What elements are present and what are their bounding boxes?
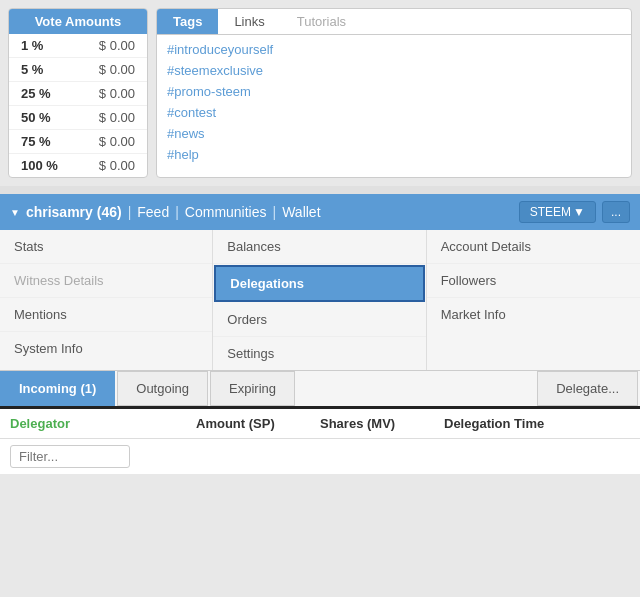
filter-input[interactable] <box>10 445 130 468</box>
nav-username[interactable]: chrisamry (46) <box>26 204 122 220</box>
menu-item-mentions[interactable]: Mentions <box>0 298 212 332</box>
table-header: DelegatorAmount (SP)Shares (MV)Delegatio… <box>0 409 640 439</box>
vote-val: $ 0.00 <box>99 86 135 101</box>
nav-steem-button[interactable]: STEEM ▼ <box>519 201 596 223</box>
tag-item[interactable]: #contest <box>167 102 621 123</box>
tags-tabs: Tags Links Tutorials <box>157 9 631 35</box>
vote-pct: 25 % <box>21 86 51 101</box>
menu-grid: StatsWitness DetailsMentionsSystem InfoB… <box>0 230 640 371</box>
menu-col-col1: StatsWitness DetailsMentionsSystem Info <box>0 230 213 370</box>
menu-col-col2: BalancesDelegationsOrdersSettings <box>213 230 426 370</box>
vote-row[interactable]: 25 %$ 0.00 <box>9 82 147 106</box>
tab-outgoing[interactable]: Outgoing <box>117 371 208 406</box>
vote-amounts-panel: Vote Amounts 1 %$ 0.005 %$ 0.0025 %$ 0.0… <box>8 8 148 178</box>
menu-item-delegations[interactable]: Delegations <box>214 265 424 302</box>
tab-delegate...[interactable]: Delegate... <box>537 371 638 406</box>
filter-row <box>0 439 640 474</box>
th-delegator: Delegator <box>10 416 196 431</box>
tag-item[interactable]: #promo-steem <box>167 81 621 102</box>
vote-val: $ 0.00 <box>99 158 135 173</box>
tab-incoming--1-[interactable]: Incoming (1) <box>0 371 115 406</box>
vote-row[interactable]: 75 %$ 0.00 <box>9 130 147 154</box>
vote-val: $ 0.00 <box>99 38 135 53</box>
vote-row[interactable]: 50 %$ 0.00 <box>9 106 147 130</box>
menu-item-account-details[interactable]: Account Details <box>427 230 640 264</box>
vote-pct: 100 % <box>21 158 58 173</box>
menu-item-market-info[interactable]: Market Info <box>427 298 640 331</box>
th-delegation-time: Delegation Time <box>444 416 630 431</box>
nav-triangle-icon[interactable]: ▼ <box>10 207 20 218</box>
tag-item[interactable]: #introduceyourself <box>167 39 621 60</box>
menu-item-balances[interactable]: Balances <box>213 230 425 264</box>
tags-list: #introduceyourself#steemexclusive#promo-… <box>157 35 631 169</box>
th-amount--sp-: Amount (SP) <box>196 416 320 431</box>
vote-amounts-header: Vote Amounts <box>9 9 147 34</box>
nav-feed-link[interactable]: Feed <box>137 204 169 220</box>
th-shares--mv-: Shares (MV) <box>320 416 444 431</box>
menu-item-stats[interactable]: Stats <box>0 230 212 264</box>
vote-pct: 5 % <box>21 62 43 77</box>
vote-val: $ 0.00 <box>99 110 135 125</box>
vote-pct: 50 % <box>21 110 51 125</box>
menu-item-system-info[interactable]: System Info <box>0 332 212 365</box>
nav-more-button[interactable]: ... <box>602 201 630 223</box>
nav-communities-link[interactable]: Communities <box>185 204 267 220</box>
tag-item[interactable]: #steemexclusive <box>167 60 621 81</box>
vote-val: $ 0.00 <box>99 62 135 77</box>
menu-item-orders[interactable]: Orders <box>213 303 425 337</box>
nav-right: STEEM ▼ ... <box>519 201 630 223</box>
tags-section: Tags Links Tutorials #introduceyourself#… <box>156 8 632 178</box>
tabs-bar: Incoming (1)OutgoingExpiringDelegate... <box>0 371 640 409</box>
tag-item[interactable]: #news <box>167 123 621 144</box>
menu-item-witness-details[interactable]: Witness Details <box>0 264 212 298</box>
vote-row[interactable]: 100 %$ 0.00 <box>9 154 147 177</box>
table-section: DelegatorAmount (SP)Shares (MV)Delegatio… <box>0 409 640 474</box>
tab-tags[interactable]: Tags <box>157 9 218 34</box>
nav-bar: ▼ chrisamry (46) | Feed | Communities | … <box>0 194 640 230</box>
vote-val: $ 0.00 <box>99 134 135 149</box>
vote-pct: 75 % <box>21 134 51 149</box>
separator-1 <box>0 186 640 194</box>
tab-links[interactable]: Links <box>218 9 280 34</box>
tab-expiring[interactable]: Expiring <box>210 371 295 406</box>
vote-row[interactable]: 1 %$ 0.00 <box>9 34 147 58</box>
menu-item-settings[interactable]: Settings <box>213 337 425 370</box>
tag-item[interactable]: #help <box>167 144 621 165</box>
tab-tutorials[interactable]: Tutorials <box>281 9 362 34</box>
vote-pct: 1 % <box>21 38 43 53</box>
nav-wallet-link[interactable]: Wallet <box>282 204 320 220</box>
vote-row[interactable]: 5 %$ 0.00 <box>9 58 147 82</box>
menu-col-col3: Account DetailsFollowersMarket Info <box>427 230 640 370</box>
menu-item-followers[interactable]: Followers <box>427 264 640 298</box>
top-section: Vote Amounts 1 %$ 0.005 %$ 0.0025 %$ 0.0… <box>0 0 640 186</box>
